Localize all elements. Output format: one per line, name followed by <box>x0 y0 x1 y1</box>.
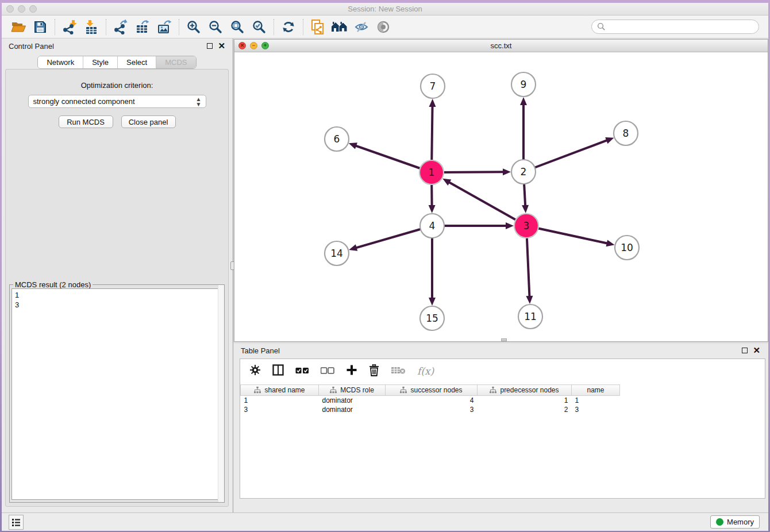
graph-node-label: 1 <box>429 167 435 178</box>
import-table-icon[interactable] <box>80 18 102 36</box>
criterion-value: strongly connected component <box>33 97 135 106</box>
network-window-titlebar[interactable]: ✕ − + scc.txt <box>234 40 768 52</box>
close-panel-icon[interactable]: ✕ <box>218 43 225 49</box>
column-header-shared-name[interactable]: shared name <box>241 385 319 396</box>
mcds-result-title: MCDS result (2 nodes) <box>13 280 93 289</box>
window-titlebar: Session: New Session <box>2 3 768 16</box>
graph-edge-arrow <box>503 168 511 175</box>
network-window-title: scc.txt <box>234 41 768 50</box>
hierarchy-icon <box>330 387 337 394</box>
graph-edge-arrow <box>526 296 533 304</box>
control-panel-title: Control Panel <box>9 42 54 51</box>
criterion-select[interactable]: strongly connected component ▲▼ <box>28 95 206 108</box>
graph-edge-arrow <box>349 142 357 149</box>
table-row[interactable]: 3 dominator 3 2 3 <box>241 405 620 414</box>
select-all-icon[interactable] <box>295 366 309 376</box>
table-row[interactable]: 1 dominator 4 1 1 <box>241 396 620 405</box>
run-mcds-button[interactable]: Run MCDS <box>59 115 113 128</box>
network-canvas[interactable]: 7968124314101511 <box>234 52 768 341</box>
network-canvas-svg: 7968124314101511 <box>234 52 768 341</box>
save-icon[interactable] <box>29 18 51 36</box>
memory-button[interactable]: Memory <box>710 515 760 529</box>
show-hidden-icon[interactable] <box>372 18 394 36</box>
mcds-panel: Optimization criterion: strongly connect… <box>5 69 229 507</box>
memory-status-icon <box>716 518 723 526</box>
mcds-result-text[interactable]: 1 3 <box>11 288 222 500</box>
tab-select[interactable]: Select <box>117 56 156 68</box>
open-folder-icon[interactable] <box>7 18 29 36</box>
close-panel-button[interactable]: Close panel <box>121 115 176 128</box>
hide-selected-icon[interactable] <box>351 18 372 36</box>
table-panel-title: Table Panel <box>241 346 280 355</box>
column-header-mcds-role[interactable]: MCDS role <box>319 385 386 396</box>
graph-node-label: 8 <box>623 128 629 139</box>
graph-node-label: 4 <box>429 220 436 232</box>
table-panel-header: Table Panel ✕ <box>234 343 767 358</box>
network-resize-handle[interactable] <box>501 338 507 341</box>
add-column-icon[interactable] <box>346 364 357 378</box>
export-image-icon[interactable] <box>153 18 175 36</box>
control-panel-header: Control Panel ✕ <box>2 38 232 53</box>
app-window: Session: New Session <box>2 3 768 531</box>
refresh-layout-icon[interactable] <box>278 18 299 36</box>
graph-edge-arrow <box>429 99 436 107</box>
control-panel: Control Panel ✕ Network Style Select MCD… <box>2 38 232 514</box>
main-content: Control Panel ✕ Network Style Select MCD… <box>2 38 768 512</box>
main-toolbar <box>2 16 768 38</box>
column-layout-icon[interactable] <box>272 364 284 378</box>
float-panel-icon[interactable] <box>207 43 213 49</box>
graph-node-label: 14 <box>330 248 343 259</box>
mcds-result-scrollbar[interactable] <box>218 285 224 502</box>
float-panel-icon[interactable] <box>742 348 748 353</box>
export-network-icon[interactable] <box>110 18 132 36</box>
toolbar-separator <box>106 19 106 35</box>
mcds-result-group: MCDS result (2 nodes) 1 3 <box>9 284 225 503</box>
hierarchy-icon <box>400 387 407 394</box>
graph-node-label: 7 <box>430 80 436 92</box>
graph-edge-arrow <box>429 205 436 213</box>
zoom-in-icon[interactable] <box>183 18 205 36</box>
close-panel-icon[interactable]: ✕ <box>753 348 760 353</box>
toolbar-separator <box>179 19 179 35</box>
graph-node-label: 2 <box>521 166 527 178</box>
deselect-all-icon[interactable] <box>321 366 334 376</box>
new-network-from-selection-icon[interactable] <box>307 18 329 36</box>
graph-edge-arrow <box>606 240 615 246</box>
graph-edge-arrow <box>605 137 614 144</box>
first-neighbors-icon[interactable] <box>329 18 351 36</box>
gear-icon[interactable] <box>249 364 261 378</box>
graph-node-label: 3 <box>523 220 530 232</box>
task-history-button[interactable] <box>9 515 24 530</box>
search-icon <box>597 22 606 31</box>
column-header-successor-nodes[interactable]: successor nodes <box>386 385 478 396</box>
list-icon <box>11 518 21 527</box>
function-builder-icon: f(x) <box>417 365 434 377</box>
tab-network[interactable]: Network <box>38 56 83 68</box>
delete-table-icon <box>391 365 406 377</box>
window-title: Session: New Session <box>2 5 768 13</box>
delete-column-icon[interactable] <box>369 364 379 379</box>
graph-edge[interactable] <box>523 140 607 172</box>
graph-edge-arrow <box>520 97 527 105</box>
column-header-predecessor-nodes[interactable]: predecessor nodes <box>478 385 572 396</box>
select-stepper-icon: ▲▼ <box>196 97 201 107</box>
search-field[interactable] <box>591 20 759 34</box>
toolbar-separator <box>303 19 303 35</box>
zoom-fit-icon[interactable] <box>226 18 248 36</box>
search-input[interactable] <box>609 23 753 31</box>
graph-edge-arrow <box>429 298 436 306</box>
zoom-selected-icon[interactable] <box>248 18 270 36</box>
zoom-out-icon[interactable] <box>205 18 226 36</box>
control-panel-tabbar: Network Style Select MCDS <box>2 56 232 69</box>
column-header-name[interactable]: name <box>572 385 620 396</box>
graph-edge[interactable] <box>449 182 526 226</box>
graph-node-label: 6 <box>334 133 340 145</box>
tab-style[interactable]: Style <box>83 56 117 68</box>
graph-node-label: 9 <box>521 79 527 90</box>
tab-mcds[interactable]: MCDS <box>156 56 195 68</box>
toolbar-separator <box>55 19 55 35</box>
table-panel: Table Panel ✕ <box>234 343 767 512</box>
graph-node-label: 10 <box>621 242 633 253</box>
import-network-icon[interactable] <box>59 18 80 36</box>
export-table-icon[interactable] <box>132 18 153 36</box>
